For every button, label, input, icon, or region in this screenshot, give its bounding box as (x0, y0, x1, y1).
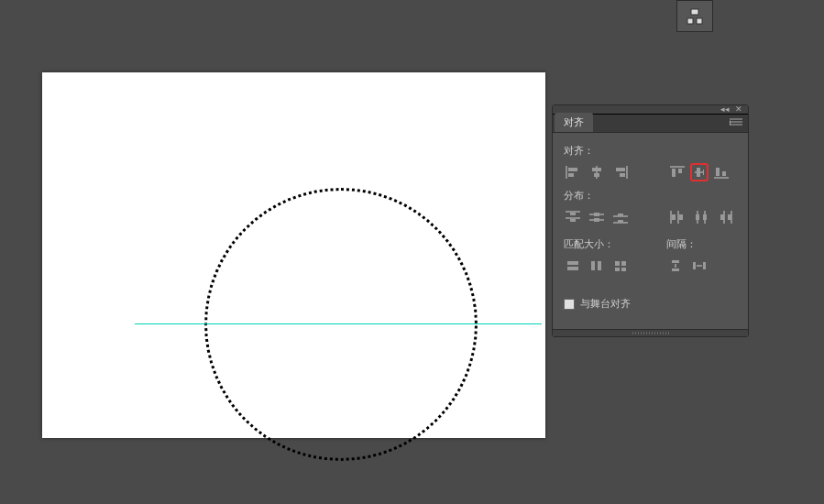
svg-rect-56 (693, 262, 696, 269)
distribute-vcenter-icon[interactable] (588, 208, 606, 226)
svg-rect-51 (615, 268, 620, 271)
svg-rect-52 (621, 268, 626, 271)
svg-rect-7 (592, 168, 601, 171)
spacing-label: 间隔： (666, 237, 709, 251)
svg-rect-43 (720, 214, 724, 220)
svg-rect-54 (672, 268, 679, 271)
svg-rect-46 (567, 267, 578, 270)
svg-rect-13 (672, 169, 676, 177)
svg-rect-4 (568, 168, 577, 171)
svg-rect-27 (594, 213, 599, 216)
collapse-icon[interactable]: ◂◂ (720, 105, 730, 115)
align-top-icon[interactable] (668, 163, 687, 181)
align-panel: ◂◂ ✕ 对齐 对齐： 分布： (552, 104, 749, 337)
align-panel-button[interactable] (676, 0, 713, 32)
svg-rect-40 (703, 214, 707, 220)
stage-canvas[interactable] (42, 72, 545, 438)
svg-rect-5 (568, 173, 574, 177)
svg-rect-47 (591, 261, 595, 270)
match-height-icon[interactable] (588, 257, 606, 275)
align-left-icon[interactable] (564, 163, 582, 181)
stage-align-row[interactable]: 与舞台对齐 (564, 297, 737, 311)
align-label: 对齐： (564, 144, 737, 158)
svg-rect-10 (616, 168, 625, 171)
align-bottom-icon[interactable] (712, 163, 731, 181)
svg-rect-14 (678, 169, 682, 173)
distribute-top-icon[interactable] (564, 208, 582, 226)
align-hcenter-icon[interactable] (588, 163, 606, 181)
align-right-icon[interactable] (611, 163, 630, 181)
panel-body: 对齐： 分布： 匹配大小： (553, 133, 748, 329)
svg-rect-32 (618, 220, 623, 223)
align-tool-icon (686, 7, 704, 26)
svg-rect-50 (621, 261, 626, 266)
panel-tabs: 对齐 (553, 115, 748, 133)
svg-rect-48 (598, 261, 601, 270)
svg-rect-49 (615, 261, 620, 266)
panel-menu-icon[interactable] (730, 118, 742, 127)
resize-grip-icon (632, 332, 669, 334)
svg-rect-44 (728, 214, 731, 220)
svg-rect-36 (679, 214, 683, 220)
svg-rect-53 (672, 260, 679, 263)
svg-rect-19 (716, 168, 720, 176)
close-icon[interactable]: ✕ (735, 105, 744, 115)
line-shape[interactable] (135, 323, 542, 324)
match-size-label: 匹配大小： (564, 237, 630, 251)
svg-rect-17 (703, 170, 704, 175)
distribute-right-icon[interactable] (716, 208, 734, 226)
svg-rect-0 (691, 9, 698, 15)
svg-rect-11 (620, 173, 625, 177)
stage-align-checkbox[interactable] (564, 299, 575, 310)
align-vcenter-icon[interactable] (690, 163, 709, 181)
svg-rect-23 (570, 213, 576, 215)
distribute-left-icon[interactable] (668, 208, 687, 226)
svg-rect-39 (696, 214, 699, 220)
svg-rect-8 (594, 173, 599, 177)
panel-resize-handle[interactable] (553, 329, 748, 336)
stage-align-label: 与舞台对齐 (580, 297, 631, 311)
svg-rect-24 (570, 219, 576, 222)
svg-rect-28 (594, 218, 599, 222)
svg-rect-35 (672, 214, 676, 220)
svg-rect-31 (618, 214, 623, 216)
tab-align[interactable]: 对齐 (555, 113, 593, 132)
svg-rect-20 (722, 171, 726, 176)
svg-rect-57 (703, 262, 706, 269)
space-horizontal-icon[interactable] (690, 257, 709, 275)
svg-rect-45 (567, 261, 578, 265)
distribute-bottom-icon[interactable] (611, 208, 630, 226)
space-vertical-icon[interactable] (666, 257, 685, 275)
svg-rect-2 (697, 18, 702, 24)
circle-shape[interactable] (204, 188, 478, 461)
match-both-icon[interactable] (611, 257, 630, 275)
match-width-icon[interactable] (564, 257, 582, 275)
distribute-label: 分布： (564, 189, 737, 203)
svg-rect-1 (687, 18, 693, 24)
svg-rect-16 (697, 168, 700, 177)
distribute-hcenter-icon[interactable] (692, 208, 710, 226)
